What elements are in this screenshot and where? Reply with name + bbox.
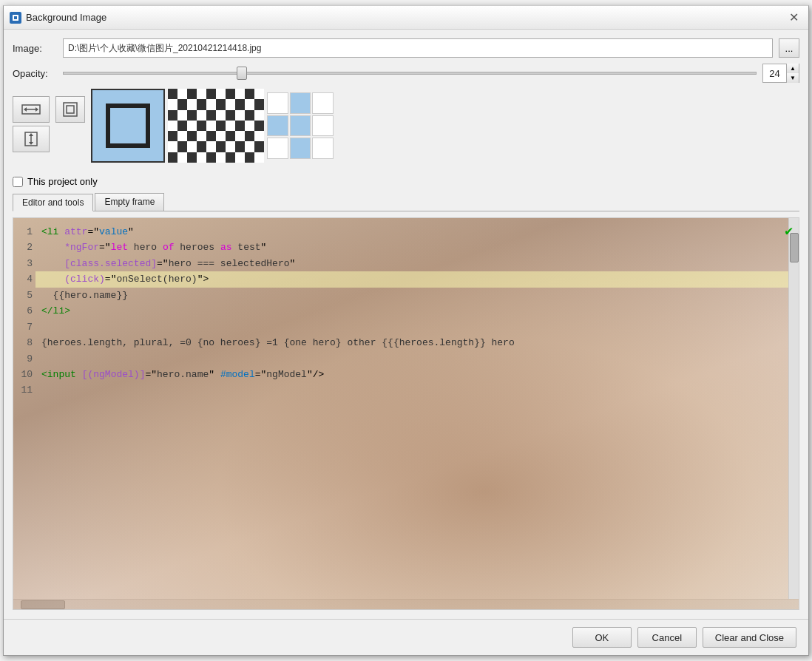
clear-close-button[interactable]: Clear and Close <box>703 627 796 648</box>
this-project-checkbox[interactable] <box>13 177 23 187</box>
thumb-multi[interactable] <box>267 92 334 159</box>
check-mark: ✔ <box>785 223 793 239</box>
dialog-body: Image: ... Opacity: 24 ▲ ▼ <box>4 30 808 619</box>
tab-empty-frame[interactable]: Empty frame <box>95 193 164 211</box>
title-bar: Background Image ✕ <box>4 6 808 30</box>
thumb-pattern[interactable] <box>168 89 264 163</box>
dialog-icon <box>10 12 21 24</box>
code-lines[interactable]: <li attr="value" *ngFor="let hero of her… <box>35 218 788 599</box>
spin-up-button[interactable]: ▲ <box>787 64 799 73</box>
vertical-scrollbar[interactable] <box>788 218 799 599</box>
opacity-value: 24 <box>763 68 786 79</box>
dialog-title: Background Image <box>26 12 785 23</box>
svg-marker-6 <box>35 107 38 112</box>
stretch-h-button[interactable] <box>13 96 50 123</box>
opacity-slider-container <box>63 66 757 81</box>
opacity-row: Opacity: 24 ▲ ▼ <box>13 64 799 83</box>
svg-marker-9 <box>29 133 33 136</box>
svg-rect-12 <box>67 106 74 113</box>
image-path-input[interactable] <box>63 38 773 58</box>
svg-marker-10 <box>29 142 33 145</box>
fit-button[interactable] <box>55 96 85 123</box>
code-content: 1234567891011 <li attr="value" *ngFor="l… <box>13 218 799 599</box>
svg-rect-11 <box>64 103 77 116</box>
svg-marker-5 <box>24 107 27 112</box>
line-numbers: 1234567891011 <box>13 218 35 599</box>
browse-button[interactable]: ... <box>779 38 799 58</box>
fit-button-container <box>55 89 85 123</box>
slider-track <box>63 72 757 75</box>
preview-area <box>13 89 799 170</box>
thumb-inner <box>106 104 150 148</box>
checkbox-row: This project only <box>13 176 799 187</box>
dialog-footer: OK Cancel Clear and Close <box>4 619 808 655</box>
this-project-label[interactable]: This project only <box>27 176 98 187</box>
preview-buttons <box>13 89 50 152</box>
spin-down-button[interactable]: ▼ <box>787 73 799 83</box>
opacity-value-box: 24 ▲ ▼ <box>762 64 799 83</box>
opacity-label: Opacity: <box>13 68 57 79</box>
stretch-v-button[interactable] <box>13 126 50 152</box>
tab-editor-tools[interactable]: Editor and tools <box>13 194 93 211</box>
background-image-dialog: Background Image ✕ Image: ... Opacity: 2… <box>3 5 809 656</box>
slider-thumb[interactable] <box>237 67 247 80</box>
spin-buttons: ▲ ▼ <box>786 64 799 83</box>
svg-rect-2 <box>14 16 17 19</box>
close-button[interactable]: ✕ <box>785 9 802 27</box>
cancel-button[interactable]: Cancel <box>637 627 697 648</box>
image-label: Image: <box>13 43 57 54</box>
preview-thumbnails <box>91 89 799 163</box>
ok-button[interactable]: OK <box>572 627 632 648</box>
thumb-centered[interactable] <box>91 89 165 163</box>
tabs-row: Editor and tools Empty frame <box>13 193 799 211</box>
code-editor: ✔ 1234567891011 <li attr="value" *ngFor=… <box>13 217 799 610</box>
image-row: Image: ... <box>13 38 799 58</box>
